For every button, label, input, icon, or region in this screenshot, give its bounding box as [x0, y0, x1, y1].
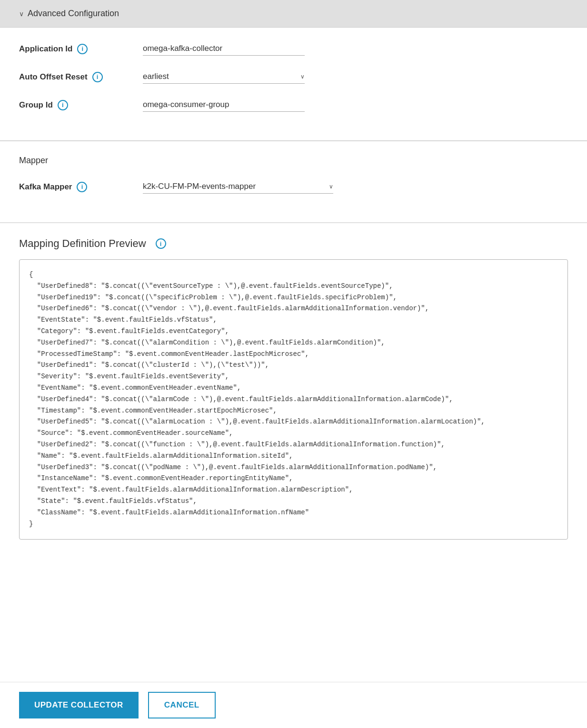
mapping-preview-info-icon[interactable]: i — [156, 238, 166, 249]
mapping-preview-header: Mapping Definition Preview i — [19, 237, 568, 250]
auto-offset-reset-info-icon[interactable]: i — [92, 72, 103, 82]
kafka-mapper-info-icon[interactable]: i — [77, 182, 87, 192]
update-collector-button[interactable]: UPDATE COLLECTOR — [19, 692, 139, 718]
auto-offset-reset-select[interactable]: earliest ∨ — [143, 70, 305, 84]
mapping-preview-body: { "UserDefined8": "$.concat((\"eventSour… — [19, 259, 568, 540]
advanced-config-section: ∨ Advanced Configuration Application Id … — [0, 0, 587, 141]
page-container: ∨ Advanced Configuration Application Id … — [0, 0, 587, 728]
auto-offset-reset-label: Auto Offset Reset i — [19, 72, 143, 82]
mapper-section: Mapper Kafka Mapper i k2k-CU-FM-PM-event… — [0, 141, 587, 223]
chevron-icon: ∨ — [19, 10, 24, 18]
advanced-config-header[interactable]: ∨ Advanced Configuration — [0, 0, 587, 28]
application-id-input[interactable] — [143, 42, 305, 56]
group-id-label: Group Id i — [19, 100, 143, 110]
auto-offset-reset-value: earliest — [143, 72, 298, 81]
kafka-mapper-select[interactable]: k2k-CU-FM-PM-events-mapper ∨ — [143, 180, 333, 194]
application-id-info-icon[interactable]: i — [77, 44, 88, 54]
auto-offset-reset-row: Auto Offset Reset i earliest ∨ — [19, 70, 568, 84]
advanced-config-body: Application Id i Auto Offset Reset i ear… — [0, 28, 587, 140]
application-id-row: Application Id i — [19, 42, 568, 56]
auto-offset-reset-arrow: ∨ — [300, 73, 305, 80]
group-id-row: Group Id i — [19, 98, 568, 112]
application-id-label: Application Id i — [19, 44, 143, 54]
kafka-mapper-label: Kafka Mapper i — [19, 182, 143, 192]
mapping-preview-title: Mapping Definition Preview — [19, 237, 146, 250]
kafka-mapper-value: k2k-CU-FM-PM-events-mapper — [143, 182, 326, 191]
group-id-input[interactable] — [143, 98, 305, 112]
group-id-info-icon[interactable]: i — [58, 100, 68, 110]
footer-bar: UPDATE COLLECTOR CANCEL — [0, 682, 587, 728]
advanced-config-title: Advanced Configuration — [28, 9, 119, 19]
kafka-mapper-row: Kafka Mapper i k2k-CU-FM-PM-events-mappe… — [19, 180, 568, 194]
kafka-mapper-arrow: ∨ — [329, 183, 333, 190]
mapping-preview-section: Mapping Definition Preview i { "UserDefi… — [0, 223, 587, 682]
cancel-button[interactable]: CANCEL — [148, 692, 216, 718]
mapper-title: Mapper — [19, 156, 568, 166]
